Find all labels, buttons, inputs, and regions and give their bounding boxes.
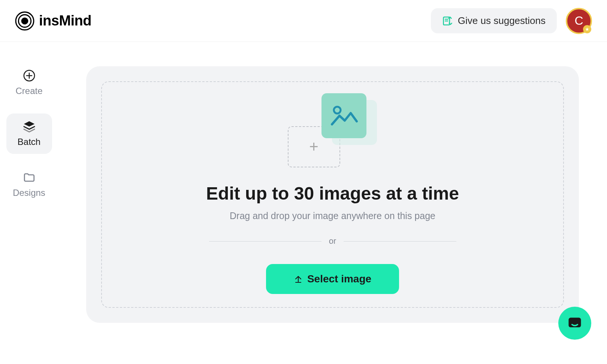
avatar[interactable]: C: [566, 8, 592, 34]
divider: or: [209, 236, 456, 246]
sidebar-item-designs[interactable]: Designs: [6, 164, 52, 205]
upload-title: Edit up to 30 images at a time: [206, 183, 459, 204]
svg-point-2: [21, 17, 28, 24]
chat-icon: [567, 315, 583, 331]
sidebar-item-batch[interactable]: Batch: [6, 113, 52, 154]
avatar-badge-icon: [583, 25, 591, 33]
header: insMind Give us suggestions C: [0, 0, 607, 42]
folder-icon: [23, 171, 36, 184]
logo[interactable]: insMind: [15, 11, 91, 31]
layers-icon: [23, 120, 36, 133]
svg-point-5: [334, 107, 341, 113]
header-right: Give us suggestions C: [431, 8, 592, 34]
upload-panel: + Edit up to 30 images at a time Drag an…: [86, 66, 579, 323]
select-image-button[interactable]: Select image: [266, 264, 399, 294]
sidebar-item-label: Create: [15, 86, 42, 96]
main-container: Create Batch Designs +: [0, 42, 607, 364]
select-image-label: Select image: [307, 273, 371, 285]
upload-illustration-icon: +: [284, 93, 381, 168]
sidebar-item-create[interactable]: Create: [6, 63, 52, 103]
plus-circle-icon: [23, 69, 36, 82]
chat-button[interactable]: [558, 307, 591, 340]
suggestions-button[interactable]: Give us suggestions: [431, 8, 557, 33]
upload-icon: [294, 274, 303, 283]
suggestions-label: Give us suggestions: [458, 15, 546, 27]
sidebar: Create Batch Designs: [0, 42, 58, 364]
divider-text: or: [329, 236, 336, 246]
upload-subtitle: Drag and drop your image anywhere on thi…: [230, 210, 435, 221]
logo-text: insMind: [39, 13, 91, 29]
upload-dropzone[interactable]: + Edit up to 30 images at a time Drag an…: [101, 81, 564, 308]
sidebar-item-label: Batch: [18, 137, 40, 147]
sidebar-item-label: Designs: [13, 188, 45, 198]
suggestions-icon: [442, 16, 453, 26]
content: + Edit up to 30 images at a time Drag an…: [58, 42, 607, 364]
logo-icon: [15, 11, 34, 31]
avatar-initial: C: [574, 14, 583, 28]
